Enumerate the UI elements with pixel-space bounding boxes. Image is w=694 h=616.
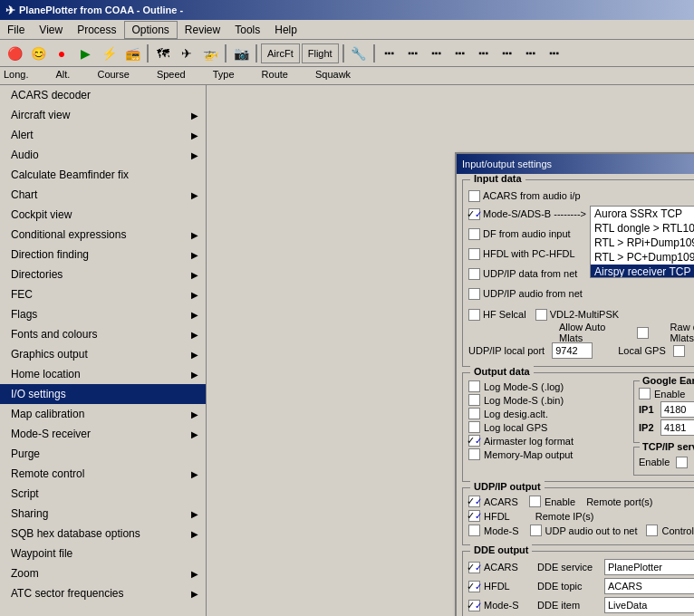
sidebar-item-map-calibration[interactable]: Map calibration ▶ [0,404,206,424]
menu-help[interactable]: Help [267,22,304,38]
toolbar-btn-1[interactable]: 🔴 [4,43,25,64]
sidebar-item-directories[interactable]: Directories ▶ [0,265,206,284]
source-dropdown[interactable]: Aurora SSRx TCP RTL dongle > RTL1090 RTL… [590,206,694,278]
sidebar-item-aircraft-view[interactable]: Aircraft view ▶ [0,105,206,125]
dde-mode-s-checkbox[interactable]: ✓ [468,600,480,611]
dropdown-item-aurora[interactable]: Aurora SSRx TCP [591,207,694,221]
sidebar-item-audio[interactable]: Audio ▶ [0,145,206,165]
toolbar-btn-19[interactable]: ▪▪▪ [544,43,565,64]
menu-view[interactable]: View [32,22,70,38]
toolbar-btn-9[interactable]: 🚁 [199,43,221,64]
sidebar-item-sqb-hex[interactable]: SQB hex database options ▶ [0,524,206,544]
udp-port-input[interactable] [552,342,593,359]
sidebar-item-direction-finding[interactable]: Direction finding ▶ [0,245,206,265]
hf-selcal-checkbox[interactable] [468,309,480,321]
sidebar-item-io-settings[interactable]: I/O settings [0,384,206,404]
log-mode-s-log-checkbox[interactable] [468,380,480,392]
toolbar-btn-11[interactable]: 🔧 [348,43,370,64]
sidebar-item-fonts-and-colours[interactable]: Fonts and colours ▶ [0,324,206,344]
toolbar-btn-10[interactable]: 📷 [230,43,252,64]
google-enable-row: Enable [639,388,694,399]
sidebar-item-script[interactable]: Script [0,484,206,504]
toolbar-btn-18[interactable]: ▪▪▪ [520,43,542,64]
udp-net-checkbox[interactable] [468,268,480,280]
udp-audio-out-checkbox[interactable] [530,525,542,536]
sidebar-item-cockpit-view[interactable]: Cockpit view [0,205,206,225]
log-desig-checkbox[interactable] [468,408,480,419]
toolbar-btn-16[interactable]: ▪▪▪ [473,43,495,64]
dde-acars-checkbox[interactable]: ✓ [468,562,480,573]
menu-process[interactable]: Process [70,22,123,38]
ip2-input[interactable] [660,419,694,436]
arrow-zoom: ▶ [191,569,198,579]
google-enable-checkbox[interactable] [639,388,651,399]
dropdown-item-rtl-pc[interactable]: RTL > PC+Dump1090 [591,250,694,265]
vdl2-checkbox[interactable] [535,309,547,321]
dde-hfdl-checkbox[interactable]: ✓ [468,581,480,592]
sidebar-item-mode-s-receiver[interactable]: Mode-S receiver ▶ [0,424,206,444]
toolbar-btn-3[interactable]: ● [51,43,72,64]
toolbar-btn-14[interactable]: ▪▪▪ [426,43,448,64]
menu-options[interactable]: Options [124,21,178,39]
dde-mode-s-item-input[interactable] [604,597,694,613]
memory-map-checkbox[interactable] [468,448,480,460]
sidebar-item-calculate-beamfinder[interactable]: Calculate Beamfinder fix [0,165,206,185]
udp-audio-net-checkbox[interactable] [468,288,480,300]
menu-tools[interactable]: Tools [227,22,267,38]
udp-hfdl-checkbox[interactable]: ✓ [468,510,480,522]
toolbar-btn-6[interactable]: 📻 [121,43,143,64]
mode-s-checkbox[interactable]: ✓ [468,208,480,220]
acars-audio-checkbox[interactable] [468,190,480,202]
ip1-input[interactable] [660,401,694,418]
dde-acars-service-input[interactable] [604,559,694,575]
airmaster-log-checkbox[interactable]: ✓ [468,435,480,447]
sidebar-item-waypoint-file[interactable]: Waypoint file [0,544,206,563]
sidebar-item-graphics-output[interactable]: Graphics output ▶ [0,344,206,364]
udp-ip-output-title: UDP/IP output [470,481,545,492]
sidebar-item-alert[interactable]: Alert ▶ [0,125,206,145]
sidebar-item-chart[interactable]: Chart ▶ [0,185,206,205]
menu-file[interactable]: File [0,22,32,38]
allow-mlats-checkbox[interactable] [637,327,649,339]
dropdown-item-rtl-rpi[interactable]: RTL > RPi+Dump1090 [591,236,694,250]
toolbar-flight-btn[interactable]: Flight [302,43,339,63]
control-remote-checkbox[interactable] [646,525,658,536]
toolbar-btn-8[interactable]: ✈ [176,43,198,64]
sidebar-item-flags[interactable]: Flags ▶ [0,304,206,324]
toolbar-aircft-btn[interactable]: AircFt [261,43,300,63]
input-data-title: Input data [470,174,525,184]
udp-acars-checkbox[interactable]: ✓ [468,496,480,507]
toolbar-btn-5[interactable]: ⚡ [98,43,120,64]
local-gps-checkbox[interactable] [673,345,685,357]
sidebar-item-fec[interactable]: FEC ▶ [0,284,206,304]
arrow-fonts: ▶ [191,330,198,340]
toolbar-btn-4[interactable]: ▶ [74,43,96,64]
menu-review[interactable]: Review [178,22,227,38]
sidebar-item-purge[interactable]: Purge [0,444,206,464]
toolbar-btn-17[interactable]: ▪▪▪ [496,43,518,64]
tcp-enable-checkbox[interactable] [676,457,688,468]
sidebar-item-remote-control[interactable]: Remote control ▶ [0,464,206,484]
udp-acars-enable-checkbox[interactable] [529,496,541,507]
toolbar-btn-15[interactable]: ▪▪▪ [449,43,471,64]
dropdown-item-rtl-dongle[interactable]: RTL dongle > RTL1090 [591,221,694,236]
toolbar-btn-12[interactable]: ▪▪▪ [379,43,400,64]
dde-acars-row: ✓ ACARS DDE service [468,559,694,575]
toolbar-btn-13[interactable]: ▪▪▪ [402,43,424,64]
sidebar-item-home-location[interactable]: Home location ▶ [0,364,206,384]
hf-selcal-label: HF Selcal [483,309,526,320]
sidebar-item-atc-sector[interactable]: ATC sector frequencies ▶ [0,583,206,603]
hfdl-checkbox[interactable] [468,248,480,260]
sidebar-item-sharing[interactable]: Sharing ▶ [0,504,206,524]
toolbar-btn-7[interactable]: 🗺 [152,43,174,64]
dde-hfdl-topic-input[interactable] [604,578,694,594]
sidebar-item-acars-decoder[interactable]: ACARS decoder [0,85,206,105]
sidebar-item-conditional-expressions[interactable]: Conditional expressions ▶ [0,225,206,245]
udp-mode-s-checkbox[interactable] [468,525,480,536]
toolbar-btn-2[interactable]: 😊 [27,43,49,64]
dropdown-item-airspy[interactable]: Airspy receiver TCP [591,265,694,277]
sidebar-item-zoom[interactable]: Zoom ▶ [0,563,206,583]
log-mode-s-bin-checkbox[interactable] [468,394,480,406]
df-audio-checkbox[interactable] [468,228,480,240]
log-local-gps-checkbox[interactable] [468,421,480,433]
